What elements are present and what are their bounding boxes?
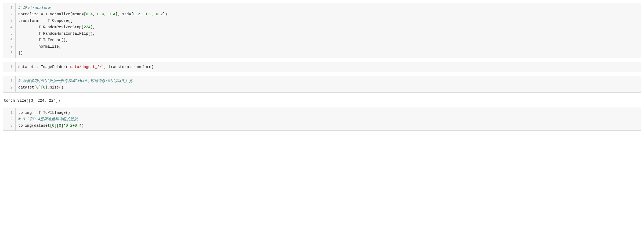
code-token: 0 <box>59 123 61 128</box>
code-token: 0.4 <box>86 12 93 16</box>
line-number: 8 <box>7 50 13 56</box>
code-line: dataset = ImageFolder('data/dogcat_2/', … <box>18 64 638 70</box>
code-token: ][ <box>54 123 59 128</box>
line-number: 2 <box>7 84 13 91</box>
code-token: , <box>140 12 145 16</box>
code-token: 0.2 <box>133 12 140 16</box>
line-number: 3 <box>7 122 13 129</box>
code-token: ], std=[ <box>115 12 133 16</box>
code-cell: 12# 深度学习中图片数据一般保存成CxHxW，即通道数x图片高x图片宽data… <box>3 76 641 93</box>
line-number: 6 <box>7 37 13 43</box>
code-line: T.RandomHorizontalFlip(), <box>18 30 638 37</box>
code-token: , <box>93 12 97 16</box>
line-number: 4 <box>7 24 13 30</box>
code-content[interactable]: # 加上transformnormalize = T.Normalize(mea… <box>16 3 641 58</box>
code-content[interactable]: # 深度学习中图片数据一般保存成CxHxW，即通道数x图片高x图片宽datase… <box>16 76 641 92</box>
code-token: ].size() <box>45 85 63 90</box>
code-token: 'data/dogcat_2/' <box>68 65 104 69</box>
line-number: 2 <box>7 11 13 17</box>
code-token: , <box>151 12 156 16</box>
code-token: 0.2 <box>156 12 163 16</box>
line-number-gutter: 1 <box>3 62 16 72</box>
code-token: normalize, <box>18 44 61 49</box>
code-token: T.RandomHorizontalFlip(), <box>18 31 95 36</box>
code-token: ]) <box>163 12 167 16</box>
code-token: 0.2 <box>145 12 151 16</box>
code-token: to_img(dataset[ <box>18 123 52 128</box>
code-line: # 0.2和0.4是标准差和均值的近似 <box>18 116 638 122</box>
line-number: 7 <box>7 43 13 50</box>
code-token: # 深度学习中图片数据一般保存成CxHxW，即通道数x图片高x图片宽 <box>18 79 133 83</box>
line-number: 1 <box>7 64 13 70</box>
code-token: , transform=transform) <box>104 65 154 69</box>
line-number: 1 <box>7 5 13 11</box>
line-number: 3 <box>7 17 13 24</box>
code-line: to_img(dataset[0][0]*0.2+0.4) <box>18 122 638 129</box>
code-token: T.RandomResizedCrop( <box>18 25 84 29</box>
code-cell: 123to_img = T.ToPILImage()# 0.2和0.4是标准差和… <box>3 108 641 131</box>
code-token: 0.4 <box>108 12 115 16</box>
code-token: 0.2 <box>66 123 72 128</box>
code-token: , <box>104 12 108 16</box>
code-line: # 深度学习中图片数据一般保存成CxHxW，即通道数x图片高x图片宽 <box>18 78 638 84</box>
code-token: 0.4 <box>97 12 104 16</box>
code-cell: 1dataset = ImageFolder('data/dogcat_2/',… <box>3 62 641 72</box>
code-token: 0 <box>43 85 45 90</box>
code-token: 0 <box>36 85 38 90</box>
code-token: 224 <box>84 25 91 29</box>
line-number: 2 <box>7 116 13 122</box>
code-token: # 加上transform <box>18 6 50 10</box>
code-line: normalize, <box>18 43 638 50</box>
code-token: ), <box>91 25 95 29</box>
code-line: dataset[0][0].size() <box>18 84 638 91</box>
code-cell: 12345678# 加上transformnormalize = T.Norma… <box>3 3 641 58</box>
line-number-gutter: 12 <box>3 76 16 92</box>
code-line: to_img = T.ToPILImage() <box>18 109 638 116</box>
code-line: transform = T.Compose([ <box>18 17 638 24</box>
code-content[interactable]: dataset = ImageFolder('data/dogcat_2/', … <box>16 62 641 72</box>
code-line: ]) <box>18 50 638 56</box>
output-cell: torch.Size([3, 224, 224]) <box>3 96 641 108</box>
line-number-gutter: 123 <box>3 108 16 130</box>
notebook-root: 12345678# 加上transformnormalize = T.Norma… <box>3 3 641 131</box>
code-token: T.ToTensor(), <box>18 38 68 42</box>
code-token: dataset = ImageFolder( <box>18 65 68 69</box>
code-token: ) <box>81 123 84 128</box>
line-number-gutter: 12345678 <box>3 3 16 58</box>
line-number: 5 <box>7 30 13 37</box>
code-token: dataset[ <box>18 85 36 90</box>
code-token: to_img = T.ToPILImage() <box>18 111 70 115</box>
code-token: 0.4 <box>75 123 81 128</box>
code-token: ][ <box>39 85 43 90</box>
line-number: 1 <box>7 78 13 84</box>
code-token: normalize = T.Normalize(mean=[ <box>18 12 86 16</box>
code-line: normalize = T.Normalize(mean=[0.4, 0.4, … <box>18 11 638 17</box>
code-line: T.RandomResizedCrop(224), <box>18 24 638 30</box>
code-token: ]) <box>18 51 23 55</box>
code-content[interactable]: to_img = T.ToPILImage()# 0.2和0.4是标准差和均值的… <box>16 108 641 130</box>
code-token: ]* <box>61 123 66 128</box>
code-token: transform = T.Compose([ <box>18 19 73 23</box>
line-number: 1 <box>7 109 13 116</box>
code-token: # 0.2和0.4是标准差和均值的近似 <box>18 117 78 121</box>
code-line: # 加上transform <box>18 5 638 11</box>
code-token: + <box>73 123 75 128</box>
code-line: T.ToTensor(), <box>18 37 638 43</box>
